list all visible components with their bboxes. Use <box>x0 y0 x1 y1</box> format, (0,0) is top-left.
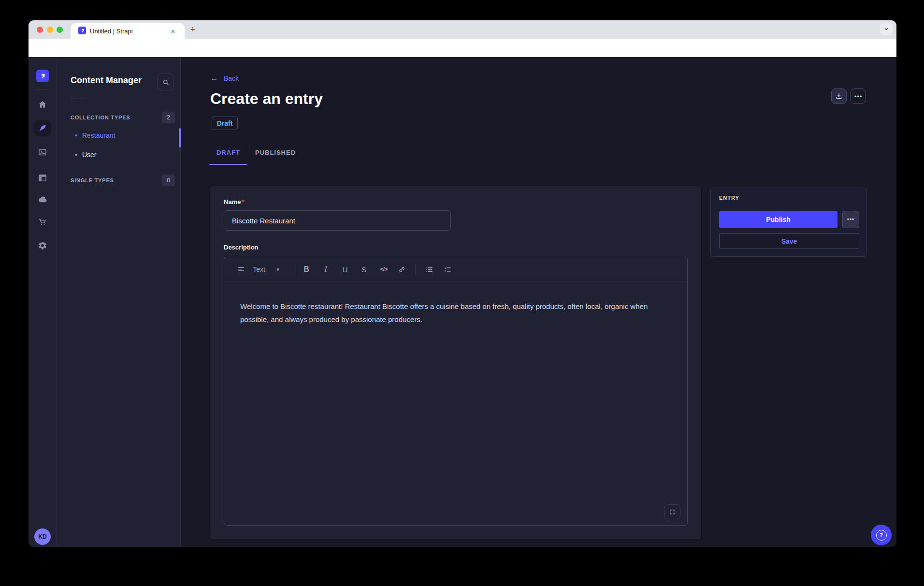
subnav-title: Content Manager <box>71 75 142 86</box>
main-nav: KD <box>29 57 57 547</box>
code-button[interactable]: </> <box>377 257 390 281</box>
sidebar-item-user[interactable]: • User <box>75 150 96 159</box>
sidebar-item-label: Restaurant <box>82 132 115 139</box>
question-mark-icon: ? <box>876 530 887 541</box>
media-library-icon[interactable] <box>37 146 48 158</box>
entry-panel-title: ENTRY <box>719 195 739 201</box>
chevron-down-icon[interactable]: ▾ <box>273 257 283 281</box>
svg-text:2: 2 <box>444 269 446 272</box>
content-manager-subnav: Content Manager COLLECTION TYPES 2 • Res… <box>57 57 181 547</box>
description-field-label: Description <box>224 244 259 251</box>
block-type-select[interactable]: Text <box>249 257 269 281</box>
help-button[interactable]: ? <box>871 525 892 545</box>
toolbar-separator <box>415 264 416 275</box>
back-link[interactable]: ← Back <box>210 73 239 84</box>
marketplace-cart-icon[interactable] <box>37 216 48 228</box>
bullet-icon: • <box>75 151 77 158</box>
required-asterisk: * <box>242 198 244 205</box>
minimize-window-button[interactable] <box>47 27 53 33</box>
sidebar-item-restaurant[interactable]: • Restaurant <box>75 131 115 140</box>
bulleted-list-button[interactable] <box>422 257 436 281</box>
expand-editor-icon[interactable] <box>664 504 680 519</box>
close-window-button[interactable] <box>37 27 43 33</box>
italic-button[interactable]: I <box>319 257 332 281</box>
collection-types-count-badge: 2 <box>162 112 175 123</box>
back-arrow-icon: ← <box>210 74 218 83</box>
content-type-builder-icon[interactable] <box>37 172 48 184</box>
link-button[interactable] <box>395 257 408 281</box>
bullet-icon: • <box>75 132 77 139</box>
settings-gear-icon[interactable] <box>37 240 48 251</box>
cloud-deploy-icon[interactable] <box>37 193 48 205</box>
name-input[interactable] <box>224 210 451 231</box>
toolbar-separator <box>294 264 294 275</box>
section-collection-types: COLLECTION TYPES <box>71 115 130 120</box>
single-types-count-badge: 0 <box>162 175 175 186</box>
tab-draft[interactable]: DRAFT <box>209 146 247 159</box>
tab-close-icon[interactable]: × <box>168 26 178 36</box>
name-field-label: Name* <box>224 198 244 205</box>
status-badge: Draft <box>212 117 238 130</box>
strikethrough-button[interactable]: S <box>357 257 371 281</box>
maximize-window-button[interactable] <box>57 27 63 33</box>
tab-published[interactable]: PUBLISHED <box>251 146 300 159</box>
align-left-icon[interactable] <box>235 257 247 281</box>
back-label: Back <box>224 74 239 82</box>
numbered-list-button[interactable]: 1 2 <box>441 257 454 281</box>
export-download-button[interactable] <box>831 88 847 104</box>
underline-button[interactable]: U <box>338 257 352 281</box>
bold-button[interactable]: B <box>300 257 313 281</box>
tab-title: Untitled | Strapi <box>90 28 133 35</box>
sidebar-item-label: User <box>82 151 97 159</box>
strapi-favicon <box>78 27 86 34</box>
active-tab-underline <box>209 164 247 165</box>
section-single-types: SINGLE TYPES <box>71 177 114 183</box>
browser-tab-strip: Untitled | Strapi × + <box>29 20 896 39</box>
home-icon[interactable] <box>37 99 48 110</box>
nav-divider <box>36 89 49 89</box>
publish-button[interactable]: Publish <box>719 211 837 228</box>
entry-more-button[interactable]: ••• <box>842 211 859 228</box>
entry-panel: ENTRY Publish ••• Save <box>710 188 866 257</box>
rich-text-editor: Text ▾ B I U S </> <box>224 257 688 526</box>
browser-toolbar: ← → localhost:1337/admin/content-manager… <box>29 39 896 57</box>
save-button[interactable]: Save <box>719 233 859 249</box>
subnav-divider <box>71 99 85 99</box>
page-title: Create an entry <box>210 90 323 108</box>
user-avatar[interactable]: KD <box>34 528 51 545</box>
editor-content[interactable]: Welcome to Biscotte restaurant! Restaura… <box>224 281 687 525</box>
search-button[interactable] <box>157 73 174 90</box>
entry-form-card: Name* Description Text ▾ B I U <box>210 186 701 539</box>
strapi-logo[interactable] <box>36 70 49 82</box>
tab-search-chevron-icon[interactable] <box>880 23 893 35</box>
new-tab-button[interactable]: + <box>188 24 198 35</box>
browser-tab[interactable]: Untitled | Strapi × <box>71 23 185 39</box>
header-more-button[interactable]: ••• <box>851 88 866 104</box>
editor-toolbar: Text ▾ B I U S </> <box>224 257 687 281</box>
svg-text:1: 1 <box>444 266 446 269</box>
content-manager-feather-icon[interactable] <box>37 122 48 134</box>
main-content: ← Back Create an entry Draft ••• DRAFT P… <box>181 57 896 547</box>
browser-window: Untitled | Strapi × + ← → localhost:1337… <box>29 20 896 547</box>
